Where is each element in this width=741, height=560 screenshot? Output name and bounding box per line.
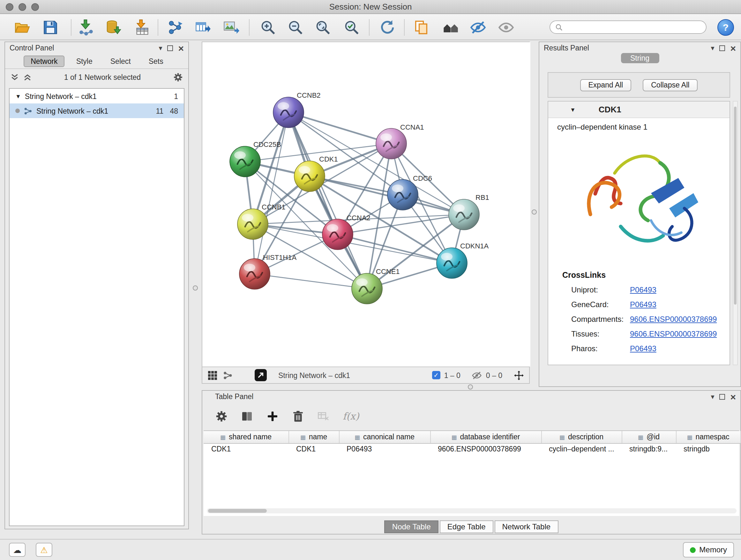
node-RB1[interactable]: RB1 [449, 193, 489, 230]
tab-node-table[interactable]: Node Table [385, 520, 439, 533]
minimize-window-button[interactable] [18, 3, 26, 11]
node-CCNA1[interactable]: CCNA1 [376, 123, 424, 159]
cell-namespace[interactable]: stringdb [676, 443, 740, 454]
vertical-splitter-handle[interactable] [193, 286, 198, 291]
tab-sets[interactable]: Sets [142, 56, 170, 66]
export-network-button[interactable] [165, 17, 186, 38]
panel-close-icon[interactable]: × [730, 44, 736, 51]
node-CDK1[interactable]: CDK1 [294, 155, 338, 192]
column-header-database-identifier[interactable]: ▦database identifier [430, 431, 541, 443]
close-window-button[interactable] [6, 3, 13, 11]
cell-id[interactable]: stringdb:9... [622, 443, 676, 454]
tab-style[interactable]: Style [70, 56, 99, 66]
genecard-link[interactable]: P06493 [630, 300, 657, 309]
import-network-from-database-button[interactable] [104, 17, 124, 38]
edge-CDK1-RB1[interactable] [310, 176, 464, 214]
tab-select[interactable]: Select [104, 56, 137, 66]
apply-preferred-layout-button[interactable] [377, 17, 397, 38]
warnings-button[interactable]: ⚠ [36, 543, 52, 557]
collapse-all-button[interactable]: Collapse All [643, 79, 697, 91]
selection-checkbox[interactable]: ✓ [432, 371, 441, 379]
gene-entry-header[interactable]: ▼ CDK1 [548, 102, 730, 118]
scrollbar-thumb[interactable] [208, 509, 267, 513]
tab-network-table[interactable]: Network Table [495, 520, 558, 533]
scrollbar-thumb[interactable] [734, 107, 737, 305]
help-button[interactable]: ? [718, 19, 734, 36]
horizontal-scrollbar[interactable] [207, 508, 737, 513]
add-column-plus-icon[interactable] [266, 410, 279, 423]
maximize-window-button[interactable] [31, 3, 39, 11]
crosshair-move-icon[interactable] [514, 370, 524, 380]
network-row[interactable]: String Network – cdk1 11 48 [10, 104, 184, 118]
home-button[interactable] [441, 17, 461, 38]
node-CCNB1[interactable]: CCNB1 [238, 203, 286, 240]
column-header-canonical-name[interactable]: ▦canonical name [339, 431, 430, 443]
network-canvas[interactable]: CCNB2CCNA1CDC25BCDK1CDC6RB1CCNB1CCNA2CDK… [202, 42, 530, 367]
fit-content-button[interactable] [313, 17, 333, 38]
column-header-id[interactable]: ▦@id [622, 431, 676, 443]
table-row[interactable]: CDK1 CDK1 P06493 9606.ENSP00000378699 cy… [204, 443, 740, 454]
network-collection-row[interactable]: ▼ String Network – cdk1 1 [10, 89, 184, 104]
edge-HIST1H1A-CCNE1[interactable] [255, 274, 367, 289]
cell-database-identifier[interactable]: 9606.ENSP00000378699 [430, 443, 541, 454]
tab-edge-table[interactable]: Edge Table [440, 520, 493, 533]
horizontal-splitter-handle[interactable] [468, 384, 473, 389]
expand-all-button[interactable]: Expand All [580, 79, 631, 91]
zoom-selected-button[interactable] [341, 17, 362, 38]
save-session-button[interactable] [40, 17, 61, 38]
tab-network[interactable]: Network [23, 55, 64, 67]
node-CCNB2[interactable]: CCNB2 [273, 91, 321, 128]
import-table-from-file-button[interactable] [132, 17, 152, 38]
edge-CCNB2-CCNA1[interactable] [288, 112, 391, 144]
panel-close-icon[interactable]: × [730, 393, 736, 400]
network-options-gear-icon[interactable] [173, 72, 183, 82]
column-header-shared-name[interactable]: ▦shared name [204, 431, 288, 443]
collapse-triangle-icon[interactable]: ▼ [15, 93, 21, 99]
results-scrollbar[interactable] [733, 101, 738, 365]
table-settings-gear-icon[interactable] [215, 410, 228, 423]
column-header-name[interactable]: ▦name [288, 431, 339, 443]
vertical-splitter-handle[interactable] [532, 209, 537, 214]
open-session-button[interactable] [12, 17, 32, 38]
column-header-namespace[interactable]: ▦namespac [676, 431, 740, 443]
column-header-description[interactable]: ▦description [541, 431, 622, 443]
expand-tree-icon[interactable] [10, 73, 19, 82]
delete-column-trash-icon[interactable] [292, 410, 305, 423]
panel-menu-icon[interactable]: ▾ [711, 393, 714, 400]
tissues-link[interactable]: 9606.ENSP00000378699 [630, 329, 717, 338]
birds-eye-grid-icon[interactable] [207, 370, 218, 380]
zoom-in-button[interactable] [258, 17, 278, 38]
cloud-button[interactable]: ☁ [9, 543, 25, 557]
cell-name[interactable]: CDK1 [288, 443, 339, 454]
detach-view-button[interactable] [255, 369, 267, 381]
node-HIST1H1A[interactable]: HIST1H1A [239, 253, 296, 289]
edge-CCNB2-HIST1H1A[interactable] [255, 112, 288, 274]
network-overview-icon[interactable] [223, 370, 233, 380]
memory-button[interactable]: Memory [683, 542, 734, 557]
panel-menu-icon[interactable]: ▾ [158, 45, 162, 51]
hide-graphics-details-button[interactable] [468, 17, 488, 38]
import-network-from-file-button[interactable] [76, 17, 96, 38]
tab-string[interactable]: String [621, 53, 659, 63]
show-columns-icon[interactable] [241, 410, 253, 423]
cell-canonical-name[interactable]: P06493 [339, 443, 430, 454]
edge-CCNB2-CCNE1[interactable] [288, 112, 367, 289]
duplicate-page-button[interactable] [411, 17, 431, 38]
collapse-triangle-icon[interactable]: ▼ [570, 106, 576, 113]
export-table-button[interactable] [193, 17, 213, 38]
export-image-button[interactable] [221, 17, 241, 38]
panel-close-icon[interactable]: × [178, 44, 184, 51]
zoom-out-button[interactable] [285, 17, 306, 38]
pharos-link[interactable]: P06493 [630, 344, 657, 353]
search-input[interactable] [566, 23, 701, 31]
panel-menu-icon[interactable]: ▾ [711, 45, 714, 51]
panel-float-icon[interactable] [719, 45, 725, 51]
compartments-link[interactable]: 9606.ENSP00000378699 [630, 314, 717, 323]
uniprot-link[interactable]: P06493 [630, 285, 657, 294]
collapse-tree-icon[interactable] [23, 73, 32, 82]
show-graphics-details-button[interactable] [496, 17, 516, 38]
panel-float-icon[interactable] [167, 45, 173, 51]
cell-shared-name[interactable]: CDK1 [204, 443, 288, 454]
panel-float-icon[interactable] [719, 394, 725, 399]
cell-description[interactable]: cyclin–dependent ... [541, 443, 622, 454]
